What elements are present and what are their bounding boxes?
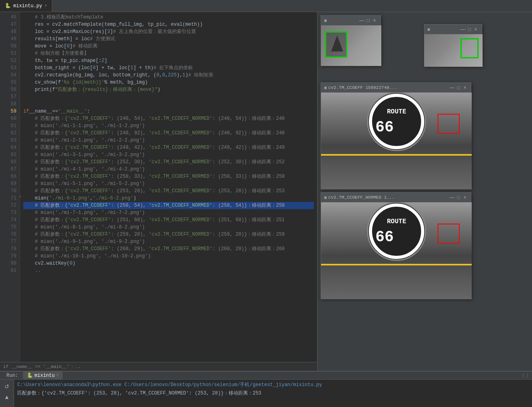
float-window-1: ▣ — □ ×	[321, 15, 381, 66]
code-line-60: # 匹配参数：{'cv2.TM_CCOEFF': (240, 54), 'cv2…	[23, 115, 314, 122]
tab-filename: mixintu.py	[13, 3, 42, 9]
run-stop-btn[interactable]: ■	[2, 403, 11, 407]
run-tab-mixintu[interactable]: 🐍 mixintu ×	[23, 372, 63, 379]
code-line-65: # mian('./mi-3-1.png', './mi-3-2.png')	[23, 151, 314, 158]
code-line-61: # mian('./mi-1-1.png', './mi-1-2.png')	[23, 122, 314, 130]
line-num-76: 76	[0, 231, 16, 238]
win4-title: cv2.TM_CCOEFF_NORMED 1...	[328, 195, 448, 200]
code-line-73: # mian('./mi-7-1.png', './mi-7-2.png')	[23, 209, 314, 216]
line-num-75: 75	[0, 224, 16, 231]
win3-maximize-btn[interactable]: □	[456, 85, 461, 90]
float-titlebar-2: ▣ — □ ×	[424, 25, 482, 34]
breadcrumb-sub: ..	[76, 364, 81, 369]
code-line-57	[23, 93, 314, 101]
line-num-74: 74	[0, 216, 16, 224]
run-tabs: Run: 🐍 mixintu × ⟨ ⟩	[0, 372, 532, 380]
win2-close-btn[interactable]: ×	[473, 27, 479, 32]
line-num-56: 56	[0, 86, 16, 93]
code-line-77: # mian('./mi-9-1.png', './mi-9-2.png')	[23, 238, 314, 245]
tab-close-btn[interactable]: ×	[45, 4, 47, 8]
route66-image-2: ROUTE 66	[321, 202, 472, 299]
line-num-47: 47	[0, 21, 16, 28]
run-sidebar: ↺ ▲ ■ ▼	[0, 380, 14, 407]
code-line-70: # 匹配参数：{'cv2.TM_CCOEFF': (253, 28), 'cv2…	[23, 187, 314, 195]
win4-minimize-btn[interactable]: —	[449, 195, 455, 200]
code-line-62: # 匹配参数：{'cv2.TM_CCOEFF': (240, 92), 'cv2…	[23, 130, 314, 137]
line-num-59: 59	[0, 108, 16, 115]
win3-minimize-btn[interactable]: —	[449, 85, 455, 90]
line-num-80: 80	[0, 260, 16, 267]
detection-box-red-1	[438, 114, 460, 134]
code-line-72: # 匹配参数：{'cv2.TM_CCOEFF': (250, 54), 'cv2…	[23, 202, 314, 209]
code-line-81: ..	[23, 267, 314, 274]
code-line-76: # 匹配参数：{'cv2.TM_CCOEFF': (259, 20), 'cv2…	[23, 231, 314, 238]
code-line-74: # 匹配参数：{'cv2.TM_CCOEFF': (251, 68), 'cv2…	[23, 216, 314, 224]
run-rerun-btn[interactable]: ↺	[2, 382, 11, 391]
win1-maximize-btn[interactable]: □	[365, 18, 371, 23]
road-line	[321, 154, 472, 156]
route66-image-1: ROUTE 66	[321, 92, 472, 189]
run-icon: 🐍	[27, 372, 33, 378]
run-tab-close[interactable]: ×	[56, 373, 59, 378]
run-output-text: 匹配参数：{'cv2.TM_CCOEFF': (253, 28), 'cv2.T…	[17, 390, 529, 397]
code-line-56: print(f"匹配参数：{results}；移动距离：{move}")	[23, 86, 314, 93]
win4-maximize-btn[interactable]: □	[456, 195, 461, 200]
win1-minimize-btn[interactable]: —	[359, 18, 364, 23]
win2-minimize-btn[interactable]: —	[460, 27, 466, 32]
file-tab-mixintu[interactable]: 🐍 mixintu.py ×	[0, 0, 52, 12]
win2-maximize-btn[interactable]: □	[467, 27, 472, 32]
float-titlebar-1: ▣ — □ ×	[321, 16, 381, 25]
puzzle-detection-2	[460, 38, 479, 58]
float-content-1	[321, 25, 381, 66]
line-num-58: 58	[0, 101, 16, 108]
win1-close-btn[interactable]: ×	[372, 18, 377, 23]
svg-text:66: 66	[375, 228, 394, 246]
line-num-53: 53	[0, 64, 16, 72]
win4-close-btn[interactable]: ×	[462, 195, 468, 200]
tab-bar: 🐍 mixintu.py ×	[0, 0, 532, 12]
code-line-53: bottom_right = (loc[0] + tw, loc[1] + th…	[23, 64, 314, 72]
line-num-67: 67	[0, 166, 16, 173]
route66-sign-2: ROUTE 66	[364, 202, 429, 263]
float-content-2	[424, 34, 483, 67]
line-num-65: 65	[0, 151, 16, 158]
line-num-48: 48	[0, 28, 16, 35]
run-label: Run:	[3, 373, 21, 378]
float-window-3: ▣ cv2.TM_CCOEFF 158922748... — □ ×	[321, 82, 471, 189]
run-up-btn[interactable]: ▲	[2, 393, 11, 401]
file-icon: 🐍	[5, 3, 11, 9]
line-num-79: 79	[0, 253, 16, 260]
float-content-4: ROUTE 66	[321, 202, 472, 299]
svg-text:ROUTE: ROUTE	[387, 218, 406, 225]
code-line-50: move = loc[0] # 移动距离	[23, 43, 314, 50]
code-line-68: # 匹配参数：{'cv2.TM_CCOEFF': (250, 33), 'cv2…	[23, 173, 314, 180]
line-num-57: 57	[0, 93, 16, 101]
code-editor[interactable]: # 3.模板匹配matchTemplate res = cv2.matchTem…	[20, 12, 317, 362]
code-line-59: ▶ if __name__ == '__main__':	[23, 108, 314, 115]
float-window-4: ▣ cv2.TM_CCOEFF_NORMED 1... — □ × ROUTE	[321, 192, 471, 299]
line-num-49: 49	[0, 35, 16, 43]
line-num-81: 81	[0, 267, 16, 274]
win3-title: cv2.TM_CCOEFF 158922748...	[328, 85, 448, 90]
line-num-60: 60	[0, 115, 16, 122]
line-num-77: 77	[0, 238, 16, 245]
line-num-46: 46	[0, 14, 16, 21]
code-line-71: 💡 mian('./mi-6-1.png', './mi-6-2.png')	[23, 195, 314, 202]
code-line-63: # mian('./mi-2-1.png', './mi-2-2.png')	[23, 137, 314, 144]
code-container: 46 47 48 49 50 51 52 53 54 55 56 57 58 5…	[0, 12, 317, 362]
code-line-55: cv_show(f'%s {id(meth)}' % meth, bg_img)	[23, 79, 314, 86]
code-line-75: # mian('./mi-8-1.png', './mi-8-2.png')	[23, 224, 314, 231]
svg-text:ROUTE: ROUTE	[387, 108, 406, 115]
float-titlebar-4: ▣ cv2.TM_CCOEFF_NORMED 1... — □ ×	[321, 193, 471, 202]
win3-close-btn[interactable]: ×	[462, 85, 468, 90]
code-line-79: # mian('./mi-10-1.png', './mi-10-2.png')	[23, 253, 314, 260]
run-area: ↺ ▲ ■ ▼ C:\Users\lenovo\anaconda3\python…	[0, 380, 532, 407]
line-num-51: 51	[0, 50, 16, 57]
line-num-68: 68	[0, 173, 16, 180]
line-num-72: 72	[0, 202, 16, 209]
line-numbers: 46 47 48 49 50 51 52 53 54 55 56 57 58 5…	[0, 12, 20, 362]
code-line-47: res = cv2.matchTemplate(temp_full_img, t…	[23, 21, 314, 28]
line-num-63: 63	[0, 137, 16, 144]
run-tab-name: mixintu	[35, 373, 55, 378]
line-num-66: 66	[0, 158, 16, 166]
